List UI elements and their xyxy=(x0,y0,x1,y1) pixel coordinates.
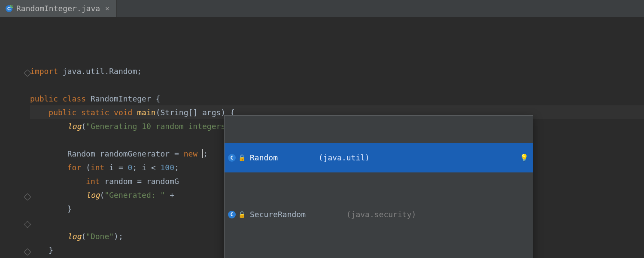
class-icon: C xyxy=(228,211,236,218)
code-area[interactable]: import java.util.Random; public class Ra… xyxy=(30,17,644,258)
code-token: random = randomG xyxy=(100,177,179,186)
code-completion-popup: C 🔓 Random (java.util) 💡 C 🔓 SecureRando… xyxy=(224,115,533,258)
code-token: } xyxy=(49,246,53,255)
code-token: int xyxy=(86,177,100,186)
code-token: ; i < xyxy=(132,163,160,172)
svg-text:C: C xyxy=(7,6,11,11)
close-icon[interactable]: × xyxy=(103,4,111,12)
code-token: import xyxy=(30,67,58,76)
gutter xyxy=(0,17,30,258)
code-token: i = xyxy=(104,163,128,172)
tab-randominteger[interactable]: C RandomInteger.java × xyxy=(0,0,117,17)
code-token: ); xyxy=(114,232,123,241)
tab-filename: RandomInteger.java xyxy=(16,4,100,13)
completion-item-random[interactable]: C 🔓 Random (java.util) 💡 xyxy=(225,143,533,172)
code-token: ( xyxy=(100,190,105,200)
code-token: ; xyxy=(174,163,179,172)
completion-item-name: Random xyxy=(250,151,278,164)
completion-item-securerandom[interactable]: C 🔓 SecureRandom (java.security) xyxy=(225,200,533,229)
code-token: ( xyxy=(81,232,86,241)
code-token: (String[] args) { xyxy=(156,108,235,117)
code-token: public static void xyxy=(49,108,132,117)
code-token: Random randomGenerator = xyxy=(67,149,184,158)
code-token: "Done" xyxy=(86,232,114,241)
public-icon: 🔓 xyxy=(238,151,246,164)
code-token: } xyxy=(67,204,72,213)
code-token: ( xyxy=(81,163,91,172)
code-token: int xyxy=(91,163,105,172)
code-token: + xyxy=(165,190,179,200)
code-token: new xyxy=(184,149,198,158)
code-token: for xyxy=(67,163,82,172)
code-token: 0 xyxy=(128,163,133,172)
code-token: ( xyxy=(81,122,86,131)
editor[interactable]: import java.util.Random; public class Ra… xyxy=(0,17,644,258)
code-token: RandomInteger xyxy=(86,94,151,103)
code-token: class xyxy=(58,94,86,103)
code-token: { xyxy=(151,94,161,103)
code-token: 100 xyxy=(160,163,174,172)
completion-item-package: (java.util) xyxy=(319,151,370,164)
public-icon: 🔓 xyxy=(238,208,246,221)
code-token: main xyxy=(137,108,155,117)
code-token: log xyxy=(67,232,82,241)
class-icon: C xyxy=(228,154,236,162)
class-file-icon: C xyxy=(5,5,13,12)
lightbulb-icon[interactable]: 💡 xyxy=(520,151,529,164)
code-token: java.util.Random; xyxy=(58,67,142,76)
code-token: log xyxy=(86,190,100,200)
completion-item-package: (java.security) xyxy=(346,208,416,221)
code-token: "Generated: " xyxy=(104,190,165,200)
tab-bar: C RandomInteger.java × xyxy=(0,0,644,17)
code-token: log xyxy=(67,122,82,131)
completion-item-name: SecureRandom xyxy=(250,208,306,221)
code-token: ; xyxy=(203,149,208,158)
code-token: public xyxy=(30,94,58,103)
